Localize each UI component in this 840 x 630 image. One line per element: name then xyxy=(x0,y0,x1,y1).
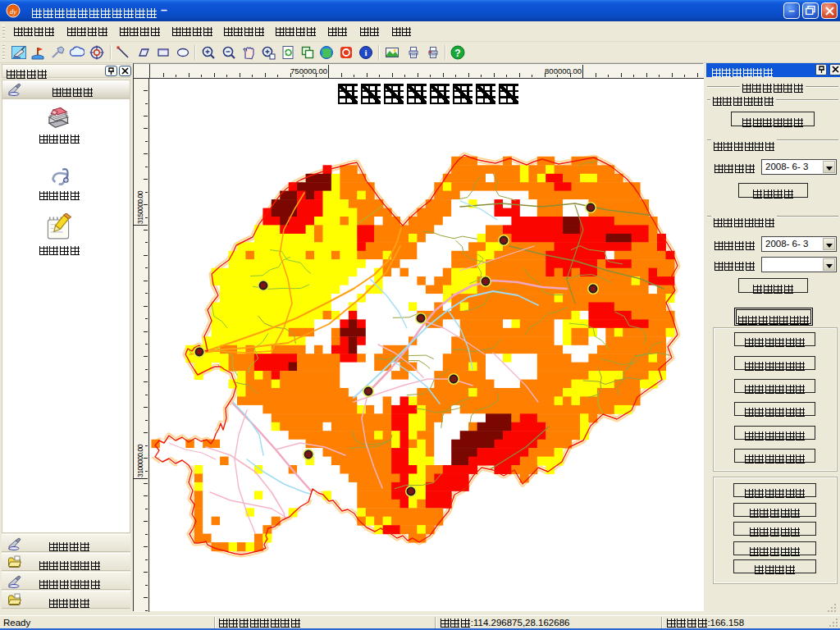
svg-text:i: i xyxy=(364,48,367,57)
svg-text:dy: dy xyxy=(10,7,17,16)
svg-text:?: ? xyxy=(454,48,460,59)
